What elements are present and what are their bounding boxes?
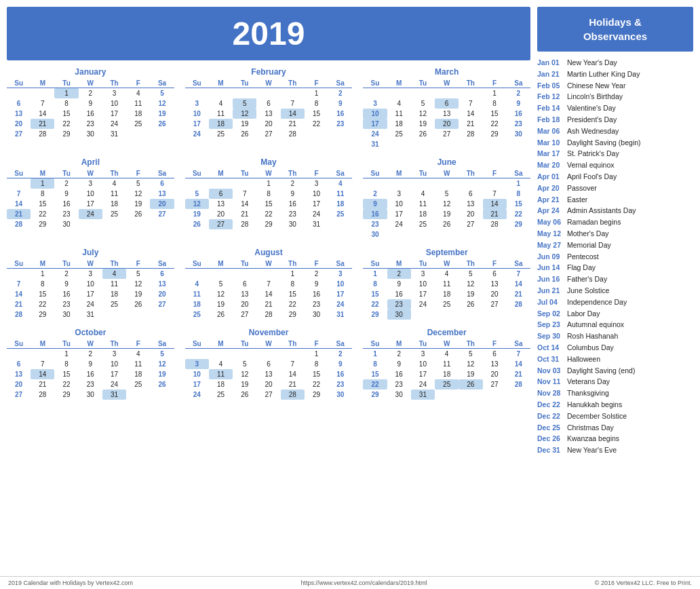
day-header-sa: Sa xyxy=(328,259,352,269)
cal-day: 29 xyxy=(256,219,280,229)
cal-day xyxy=(328,219,352,229)
cal-day: 15 xyxy=(483,109,507,119)
holiday-date: Mar 20 xyxy=(537,159,563,171)
cal-day: 6 xyxy=(256,359,280,369)
cal-day: 1 xyxy=(256,178,280,189)
cal-day: 29 xyxy=(31,309,54,320)
cal-day: 23 xyxy=(79,119,102,129)
day-header-f: F xyxy=(305,169,328,178)
month-block-october: OctoberSuMTuWThFSa1234567891011121314151… xyxy=(7,328,174,400)
cal-day: 3 xyxy=(363,98,387,109)
day-header-sa: Sa xyxy=(328,169,352,178)
cal-day: 22 xyxy=(507,209,530,219)
cal-day: 1 xyxy=(54,349,78,360)
holiday-item: Jan 21Martin Luther King Day xyxy=(537,69,693,80)
cal-day: 14 xyxy=(7,199,31,209)
cal-day: 12 xyxy=(459,359,482,369)
cal-day xyxy=(435,390,459,400)
cal-day: 11 xyxy=(102,279,126,289)
cal-day: 30 xyxy=(79,390,102,400)
cal-day: 9 xyxy=(281,189,305,199)
cal-day xyxy=(387,139,411,149)
cal-day xyxy=(435,139,459,149)
cal-day: 9 xyxy=(328,98,352,109)
holiday-date: Mar 17 xyxy=(537,148,563,159)
holiday-date: Jun 14 xyxy=(537,262,563,273)
holiday-date: Sep 02 xyxy=(537,308,563,320)
cal-day: 26 xyxy=(126,209,150,219)
holiday-date: Jan 01 xyxy=(537,57,563,69)
day-header-f: F xyxy=(126,169,150,178)
cal-day: 17 xyxy=(305,199,328,209)
day-header-m: M xyxy=(387,79,411,88)
holiday-name: Halloween xyxy=(567,354,600,365)
cal-day: 19 xyxy=(126,199,150,209)
cal-table: SuMTuWThFSa12345678910111213141516171819… xyxy=(185,169,353,229)
cal-day xyxy=(185,269,209,280)
cal-day: 2 xyxy=(328,88,352,99)
cal-day: 15 xyxy=(507,199,530,209)
cal-day: 21 xyxy=(507,289,530,299)
cal-day: 27 xyxy=(483,299,507,309)
cal-day: 17 xyxy=(411,369,435,379)
cal-day: 29 xyxy=(54,129,78,139)
cal-day: 24 xyxy=(363,129,387,139)
cal-day: 4 xyxy=(411,189,435,199)
cal-day: 4 xyxy=(209,359,233,369)
cal-day xyxy=(126,219,150,229)
day-header-tu: Tu xyxy=(54,259,78,269)
cal-day: 24 xyxy=(102,379,126,390)
cal-day: 16 xyxy=(281,199,305,209)
cal-day: 7 xyxy=(281,98,305,109)
cal-day: 16 xyxy=(79,109,102,119)
cal-day xyxy=(387,178,411,189)
day-header-sa: Sa xyxy=(507,79,530,88)
holiday-item: Dec 25Christmas Day xyxy=(537,422,693,434)
cal-day: 10 xyxy=(102,98,126,109)
cal-table: SuMTuWThFSa12345678910111213141516171819… xyxy=(7,79,174,139)
cal-day: 25 xyxy=(435,379,459,390)
holiday-name: Kwanzaa begins xyxy=(567,433,619,444)
holiday-name: Flag Day xyxy=(567,262,596,273)
day-header-th: Th xyxy=(281,339,305,349)
cal-day: 8 xyxy=(483,98,507,109)
cal-day: 28 xyxy=(256,309,280,320)
cal-day: 2 xyxy=(54,269,78,280)
day-header-tu: Tu xyxy=(411,169,435,178)
day-header-sa: Sa xyxy=(150,79,174,88)
cal-day: 21 xyxy=(459,119,482,129)
cal-day: 12 xyxy=(150,98,174,109)
cal-day xyxy=(435,309,459,320)
cal-day: 29 xyxy=(281,309,305,320)
holiday-date: Dec 22 xyxy=(537,399,563,411)
cal-day: 24 xyxy=(328,299,352,309)
cal-day: 12 xyxy=(435,199,459,209)
holiday-item: Oct 14Columbus Day xyxy=(537,342,693,354)
cal-day: 9 xyxy=(387,359,411,369)
cal-day: 8 xyxy=(305,98,328,109)
day-header-th: Th xyxy=(281,169,305,178)
holiday-item: Mar 20Vernal equinox xyxy=(537,159,693,171)
day-header-f: F xyxy=(305,339,328,349)
footer: 2019 Calendar with Holidays by Vertex42.… xyxy=(0,576,700,589)
cal-day: 3 xyxy=(102,88,126,99)
day-header-tu: Tu xyxy=(233,79,256,88)
cal-day: 7 xyxy=(507,349,530,360)
cal-day: 20 xyxy=(209,209,233,219)
day-header-sa: Sa xyxy=(328,339,352,349)
cal-day: 12 xyxy=(209,289,233,299)
cal-day: 3 xyxy=(305,178,328,189)
cal-day: 17 xyxy=(102,369,126,379)
cal-day xyxy=(483,309,507,320)
holiday-name: New Year's Day xyxy=(567,57,617,69)
day-header-su: Su xyxy=(363,259,387,269)
holiday-date: Oct 14 xyxy=(537,342,563,354)
holiday-date: Dec 25 xyxy=(537,422,563,434)
cal-day: 28 xyxy=(281,129,305,139)
cal-day xyxy=(7,349,31,360)
cal-day: 14 xyxy=(233,199,256,209)
month-block-june: JuneSuMTuWThFSa1234567891011121314151617… xyxy=(363,157,530,240)
cal-day: 26 xyxy=(209,309,233,320)
cal-day: 5 xyxy=(126,178,150,189)
holiday-name: Mother's Day xyxy=(567,228,609,240)
